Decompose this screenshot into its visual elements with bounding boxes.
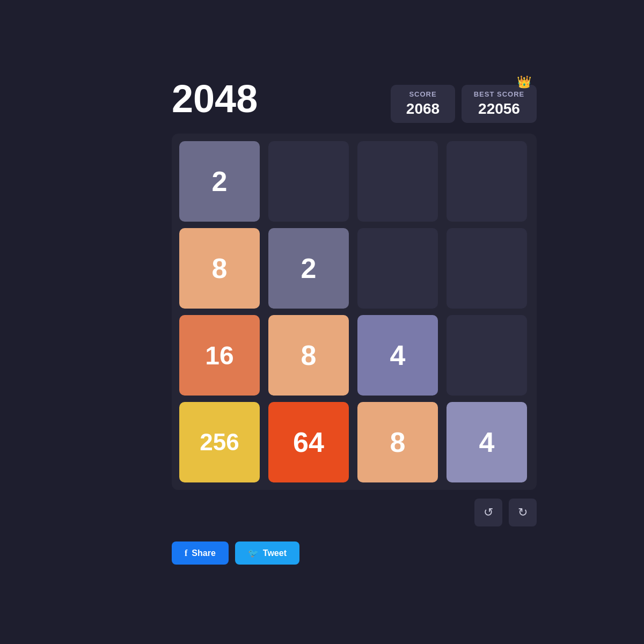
share-label: Share: [192, 548, 215, 558]
share-button[interactable]: f Share: [172, 541, 229, 565]
tile-3-0: 256: [179, 402, 260, 482]
tile-0-1: [268, 141, 349, 222]
tile-2-1: 8: [268, 315, 349, 396]
tweet-button[interactable]: 🐦 Tweet: [235, 541, 299, 565]
game-board: 28216842566484: [172, 134, 537, 490]
tile-3-3: 4: [447, 402, 527, 482]
tile-0-3: [447, 141, 527, 222]
best-score-value: 22056: [472, 100, 526, 118]
crown-icon: 👑: [517, 75, 531, 89]
social-buttons: f Share 🐦 Tweet: [172, 541, 299, 565]
tweet-label: Tweet: [263, 548, 287, 558]
controls: ↺ ↻: [172, 499, 537, 526]
tweet-icon: 🐦: [248, 548, 259, 558]
score-area: SCORE 2068 👑 BEST SCORE 22056: [391, 79, 537, 123]
score-value: 2068: [401, 100, 444, 118]
score-box: SCORE 2068: [391, 85, 455, 123]
share-icon: f: [185, 548, 187, 558]
tile-1-3: [447, 228, 527, 309]
tile-2-2: 4: [357, 315, 438, 396]
restart-button[interactable]: ↻: [509, 499, 537, 526]
tile-0-2: [357, 141, 438, 222]
game-container: 2048 SCORE 2068 👑 BEST SCORE 22056 28216…: [172, 79, 537, 565]
tile-2-0: 16: [179, 315, 260, 396]
game-title: 2048: [172, 79, 258, 118]
header: 2048 SCORE 2068 👑 BEST SCORE 22056: [172, 79, 537, 123]
tile-1-0: 8: [179, 228, 260, 309]
tile-3-1: 64: [268, 402, 349, 482]
tile-1-2: [357, 228, 438, 309]
best-score-label: BEST SCORE: [472, 90, 526, 98]
best-score-box: 👑 BEST SCORE 22056: [462, 85, 537, 123]
tile-0-0: 2: [179, 141, 260, 222]
tile-2-3: [447, 315, 527, 396]
tile-1-1: 2: [268, 228, 349, 309]
undo-button[interactable]: ↺: [474, 499, 502, 526]
score-label: SCORE: [401, 90, 444, 98]
tile-3-2: 8: [357, 402, 438, 482]
